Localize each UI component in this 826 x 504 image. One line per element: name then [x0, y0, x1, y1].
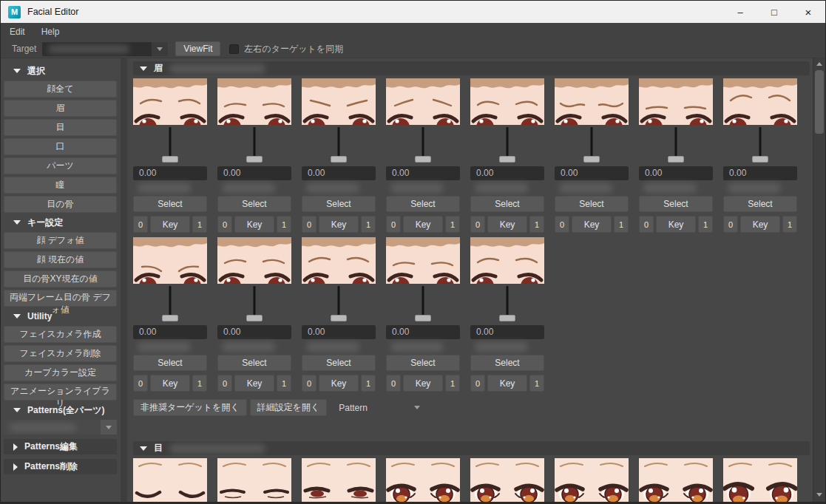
key-button[interactable]: Key — [487, 216, 527, 233]
section-header-brow[interactable]: 眉 — [133, 61, 810, 75]
key-max-button[interactable]: 1 — [192, 216, 207, 233]
sidebar-button[interactable]: 眉 — [4, 100, 117, 117]
value-input[interactable]: 0.00 — [302, 325, 376, 339]
scroll-down-button[interactable] — [813, 490, 825, 500]
target-slider[interactable] — [217, 285, 291, 324]
value-input[interactable]: 0.00 — [470, 325, 544, 339]
value-input[interactable]: 0.00 — [386, 166, 460, 180]
key-button[interactable]: Key — [319, 375, 359, 392]
select-button[interactable]: Select — [217, 355, 291, 371]
key-button[interactable]: Key — [487, 375, 527, 392]
face-thumbnail[interactable] — [386, 237, 460, 284]
scrollbar-thumb[interactable] — [815, 70, 824, 134]
target-slider[interactable] — [470, 285, 544, 324]
sidebar-button[interactable]: 顔 デフォ値 — [4, 232, 117, 249]
select-button[interactable]: Select — [302, 355, 376, 371]
sidebar-section-header[interactable]: 選択 — [4, 64, 117, 78]
menu-edit[interactable]: Edit — [10, 27, 25, 37]
sidebar-button[interactable]: 口 — [4, 138, 117, 155]
key-max-button[interactable]: 1 — [445, 216, 460, 233]
value-input[interactable]: 0.00 — [723, 166, 797, 180]
target-combobox-arrow[interactable] — [152, 42, 168, 56]
key-max-button[interactable]: 1 — [361, 375, 376, 392]
select-button[interactable]: Select — [470, 355, 544, 371]
face-thumbnail[interactable] — [555, 458, 629, 502]
target-slider[interactable] — [470, 126, 544, 165]
key-button[interactable]: Key — [150, 216, 190, 233]
sidebar-button[interactable]: 目の骨XY現在の値 — [4, 270, 117, 287]
target-combobox[interactable] — [42, 42, 168, 56]
sidebar-button[interactable]: カーブカラー設定 — [4, 364, 117, 381]
key-min-button[interactable]: 0 — [555, 216, 569, 233]
sidebar-button[interactable]: パーツ — [4, 157, 117, 174]
face-thumbnail[interactable] — [133, 458, 207, 502]
select-button[interactable]: Select — [133, 355, 207, 371]
select-button[interactable]: Select — [386, 196, 460, 212]
select-button[interactable]: Select — [217, 196, 291, 212]
key-min-button[interactable]: 0 — [302, 375, 316, 392]
key-min-button[interactable]: 0 — [470, 375, 485, 392]
key-min-button[interactable]: 0 — [470, 216, 485, 233]
slider-handle[interactable] — [331, 315, 347, 321]
slider-handle[interactable] — [752, 156, 768, 163]
target-slider[interactable] — [217, 126, 291, 165]
section-header-eye[interactable]: 目 — [133, 441, 810, 455]
sidebar-section-header[interactable]: Patterns編集 — [4, 439, 117, 454]
select-button[interactable]: Select — [470, 196, 544, 212]
face-thumbnail[interactable] — [302, 237, 376, 284]
value-input[interactable]: 0.00 — [386, 325, 460, 339]
target-slider[interactable] — [386, 126, 460, 165]
sidebar-section-header[interactable]: キー設定 — [4, 216, 117, 229]
face-thumbnail[interactable] — [217, 78, 291, 125]
face-thumbnail[interactable] — [470, 458, 544, 502]
close-button[interactable]: × — [791, 1, 825, 23]
target-slider[interactable] — [639, 126, 713, 165]
key-min-button[interactable]: 0 — [386, 216, 401, 233]
value-input[interactable]: 0.00 — [217, 166, 291, 180]
key-max-button[interactable]: 1 — [782, 216, 797, 233]
select-button[interactable]: Select — [555, 196, 629, 212]
slider-handle[interactable] — [583, 156, 600, 163]
minimize-button[interactable]: – — [723, 1, 757, 23]
value-input[interactable]: 0.00 — [133, 325, 207, 339]
face-thumbnail[interactable] — [639, 78, 713, 125]
target-slider[interactable] — [302, 126, 376, 165]
select-button[interactable]: Select — [723, 196, 797, 212]
sidebar-section-header[interactable]: Patterns削除 — [4, 459, 117, 474]
sidebar-button[interactable]: アニメーションライブラリ — [4, 384, 117, 401]
sidebar-button[interactable]: フェイスカメラ削除 — [4, 345, 117, 362]
key-max-button[interactable]: 1 — [277, 216, 291, 233]
slider-handle[interactable] — [246, 156, 263, 163]
key-button[interactable]: Key — [656, 216, 696, 233]
face-thumbnail[interactable] — [723, 458, 797, 502]
key-max-button[interactable]: 1 — [277, 375, 291, 392]
sidebar-button[interactable]: 目の骨 — [4, 196, 117, 213]
key-button[interactable]: Key — [234, 375, 274, 392]
key-min-button[interactable]: 0 — [217, 216, 232, 233]
sidebar-section-header[interactable]: Patterns(全パーツ) — [4, 403, 117, 417]
face-thumbnail[interactable] — [217, 237, 291, 284]
key-min-button[interactable]: 0 — [133, 375, 148, 392]
key-button[interactable]: Key — [572, 216, 612, 233]
key-max-button[interactable]: 1 — [614, 216, 629, 233]
key-max-button[interactable]: 1 — [361, 216, 376, 233]
scroll-up-button[interactable] — [813, 59, 825, 69]
patterns-combobox[interactable] — [4, 420, 117, 435]
face-thumbnail[interactable] — [386, 458, 460, 502]
key-button[interactable]: Key — [403, 216, 443, 233]
value-input[interactable]: 0.00 — [133, 166, 207, 180]
patterns-combobox-arrow[interactable] — [101, 420, 117, 435]
face-thumbnail[interactable] — [723, 78, 797, 125]
viewfit-button[interactable]: ViewFit — [175, 41, 220, 56]
sidebar-button[interactable]: フェイスカメラ作成 — [4, 326, 117, 343]
face-thumbnail[interactable] — [470, 237, 544, 284]
face-thumbnail[interactable] — [302, 78, 376, 125]
key-max-button[interactable]: 1 — [192, 375, 207, 392]
key-max-button[interactable]: 1 — [529, 375, 544, 392]
face-thumbnail[interactable] — [133, 78, 207, 125]
key-button[interactable]: Key — [319, 216, 359, 233]
key-max-button[interactable]: 1 — [698, 216, 713, 233]
key-min-button[interactable]: 0 — [639, 216, 654, 233]
pattern-optionmenu[interactable]: Pattern — [334, 402, 424, 414]
menu-help[interactable]: Help — [41, 27, 60, 37]
